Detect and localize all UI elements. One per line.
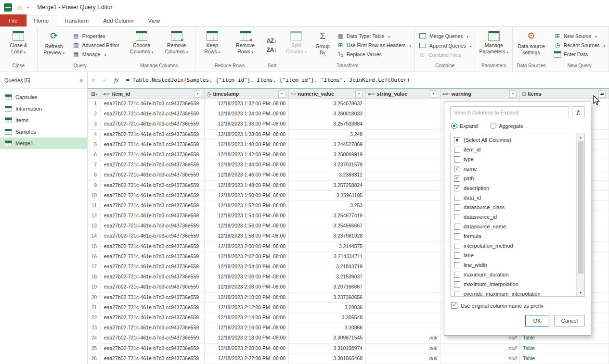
cell-timestamp[interactable]: 12/18/2023 2:16:00 PM -08:00 bbox=[205, 323, 289, 333]
row-number[interactable]: 17 bbox=[88, 262, 101, 272]
commit-formula-button[interactable]: ✓ bbox=[99, 77, 111, 84]
column-header-timestamp[interactable]: ◷timestamp bbox=[205, 89, 289, 99]
checkbox-unchecked[interactable] bbox=[454, 291, 460, 297]
checkbox-unchecked[interactable] bbox=[454, 252, 460, 259]
cell-item_id[interactable]: eaa27b02-721c-461e-b7d3-cc943736e559 bbox=[101, 150, 205, 160]
cell-timestamp[interactable]: 12/18/2023 1:58:00 PM -08:00 bbox=[205, 231, 289, 241]
data-type-table-button[interactable]: ▦Data Type: Table bbox=[335, 32, 413, 40]
enter-data-button[interactable]: Enter Data bbox=[552, 50, 607, 58]
row-number[interactable]: 18 bbox=[88, 272, 101, 282]
row-number[interactable]: 4 bbox=[88, 130, 101, 140]
cell-timestamp[interactable]: 12/18/2023 1:46:00 PM -08:00 bbox=[205, 170, 289, 180]
column-option[interactable]: maximum_interpolation bbox=[454, 279, 574, 289]
quick-access-caret-icon[interactable]: ▾ bbox=[27, 5, 29, 10]
cell-item_id[interactable]: eaa27b02-721c-461e-b7d3-cc943736e559 bbox=[101, 313, 205, 323]
cell-numeric_value[interactable]: 3.2388312 bbox=[289, 170, 366, 180]
tab-add-column[interactable]: Add Column bbox=[96, 15, 141, 26]
cell-string_value[interactable]: null bbox=[366, 344, 441, 354]
cell-item_id[interactable]: eaa27b02-721c-461e-b7d3-cc943736e559 bbox=[101, 323, 205, 333]
cell-item_id[interactable]: eaa27b02-721c-461e-b7d3-cc943736e559 bbox=[101, 242, 205, 252]
cell-item_id[interactable]: eaa27b02-721c-461e-b7d3-cc943736e559 bbox=[101, 170, 205, 180]
properties-button[interactable]: ▤Properties bbox=[70, 32, 121, 40]
cell-string_value[interactable] bbox=[366, 231, 441, 241]
cell-numeric_value[interactable]: 3.21539037 bbox=[289, 272, 366, 282]
cell-item_id[interactable]: eaa27b02-721c-461e-b7d3-cc943736e559 bbox=[101, 282, 205, 292]
column-option[interactable]: datasource_class bbox=[454, 202, 574, 212]
row-number[interactable]: 22 bbox=[88, 313, 101, 323]
row-number[interactable]: 25 bbox=[88, 344, 101, 354]
cell-numeric_value[interactable]: 3.257933884 bbox=[289, 119, 366, 129]
column-option[interactable]: data_id bbox=[454, 193, 574, 202]
cell-numeric_value[interactable]: 3.28036 bbox=[289, 303, 366, 313]
cell-string_value[interactable] bbox=[366, 130, 441, 140]
column-option[interactable]: name bbox=[454, 164, 574, 174]
row-number[interactable]: 24 bbox=[88, 333, 101, 343]
close-load-button[interactable]: Close & Load bbox=[1, 27, 36, 63]
cell-timestamp[interactable]: 12/18/2023 2:06:00 PM -08:00 bbox=[205, 272, 289, 282]
column-option[interactable]: interpolation_method bbox=[454, 241, 574, 251]
cell-item_id[interactable]: eaa27b02-721c-461e-b7d3-cc943736e559 bbox=[101, 344, 205, 354]
cell-string_value[interactable] bbox=[366, 262, 441, 272]
column-option[interactable]: maximum_duration bbox=[454, 270, 574, 279]
cell-timestamp[interactable]: 12/18/2023 2:08:00 PM -08:00 bbox=[205, 282, 289, 292]
cell-string_value[interactable]: null bbox=[366, 333, 441, 343]
tab-view[interactable]: View bbox=[141, 15, 168, 26]
row-number[interactable]: 16 bbox=[88, 252, 101, 262]
cell-items[interactable]: Table bbox=[520, 344, 609, 354]
cell-string_value[interactable]: null bbox=[366, 354, 441, 364]
checkbox-unchecked[interactable] bbox=[454, 224, 460, 230]
tab-file[interactable]: File bbox=[0, 14, 26, 26]
cell-numeric_value[interactable]: 3.301865468 bbox=[289, 354, 366, 364]
cell-timestamp[interactable]: 12/18/2023 1:42:00 PM -08:00 bbox=[205, 150, 289, 160]
cell-numeric_value[interactable]: 3.248 bbox=[289, 130, 366, 140]
cell-item_id[interactable]: eaa27b02-721c-461e-b7d3-cc943736e559 bbox=[101, 303, 205, 313]
cell-timestamp[interactable]: 12/18/2023 2:10:00 PM -08:00 bbox=[205, 293, 289, 303]
cell-numeric_value[interactable]: 3.237031579 bbox=[289, 160, 366, 170]
cell-numeric_value[interactable]: 3.260018033 bbox=[289, 109, 366, 119]
cell-item_id[interactable]: eaa27b02-721c-461e-b7d3-cc943736e559 bbox=[101, 160, 205, 170]
cell-timestamp[interactable]: 12/18/2023 1:38:00 PM -08:00 bbox=[205, 130, 289, 140]
sort-ascending-icon-button[interactable]: AZ↓ bbox=[266, 37, 277, 45]
scroll-thumb[interactable] bbox=[578, 141, 583, 274]
select-all-columns-button[interactable] bbox=[88, 89, 101, 99]
checkbox-checked[interactable] bbox=[454, 166, 460, 172]
column-option[interactable]: description bbox=[454, 183, 574, 193]
cell-numeric_value[interactable]: 3.207166667 bbox=[289, 282, 366, 292]
scroll-down-icon[interactable]: ▼ bbox=[577, 289, 584, 296]
formula-input[interactable]: = Table.NestedJoin(Samples, {"item_id"},… bbox=[122, 77, 609, 83]
checkbox-unchecked[interactable] bbox=[454, 262, 460, 268]
data-source-settings-button[interactable]: ⚙Data source settings bbox=[514, 27, 548, 63]
sidebar-item-items[interactable]: Items bbox=[0, 114, 87, 126]
cell-numeric_value[interactable]: 3.244527869 bbox=[289, 140, 366, 150]
cell-numeric_value[interactable]: 3.237360656 bbox=[289, 293, 366, 303]
append-queries-button[interactable]: Append Queries bbox=[416, 41, 473, 50]
cell-item_id[interactable]: eaa27b02-721c-461e-b7d3-cc943736e559 bbox=[101, 333, 205, 343]
cell-string_value[interactable] bbox=[366, 303, 441, 313]
checkbox-unchecked[interactable] bbox=[454, 195, 460, 201]
cell-item_id[interactable]: eaa27b02-721c-461e-b7d3-cc943736e559 bbox=[101, 252, 205, 262]
cell-item_id[interactable]: eaa27b02-721c-461e-b7d3-cc943736e559 bbox=[101, 354, 205, 364]
checkbox-unchecked[interactable] bbox=[454, 233, 460, 239]
scroll-up-icon[interactable]: ▲ bbox=[577, 133, 584, 141]
cell-item_id[interactable]: eaa27b02-721c-461e-b7d3-cc943736e559 bbox=[101, 211, 205, 221]
row-number[interactable]: 8 bbox=[88, 170, 101, 180]
group-by-button[interactable]: ΣGroup By bbox=[311, 27, 334, 63]
cell-numeric_value[interactable]: 3.254677419 bbox=[289, 211, 366, 221]
manage-button[interactable]: ▦Manage bbox=[70, 50, 121, 58]
cell-item_id[interactable]: eaa27b02-721c-461e-b7d3-cc943736e559 bbox=[101, 221, 205, 231]
filter-button[interactable] bbox=[194, 90, 201, 98]
row-number[interactable]: 7 bbox=[88, 160, 101, 170]
cancel-formula-button[interactable]: ✕ bbox=[88, 77, 99, 84]
row-number[interactable]: 21 bbox=[88, 303, 101, 313]
cell-item_id[interactable]: eaa27b02-721c-461e-b7d3-cc943736e559 bbox=[101, 140, 205, 150]
column-header-item-id[interactable]: ABCitem_id bbox=[101, 89, 205, 99]
cell-item_id[interactable]: eaa27b02-721c-461e-b7d3-cc943736e559 bbox=[101, 191, 205, 201]
row-number[interactable]: 14 bbox=[88, 231, 101, 241]
tab-home[interactable]: Home bbox=[26, 15, 57, 27]
cell-string_value[interactable] bbox=[366, 201, 441, 211]
cell-numeric_value[interactable]: 3.309871545 bbox=[289, 333, 366, 343]
cell-timestamp[interactable]: 12/18/2023 1:56:00 PM -08:00 bbox=[205, 221, 289, 231]
column-option[interactable]: datasource_name bbox=[454, 222, 574, 231]
row-number[interactable]: 3 bbox=[88, 119, 101, 129]
cell-numeric_value[interactable]: 3.253 bbox=[289, 201, 366, 211]
